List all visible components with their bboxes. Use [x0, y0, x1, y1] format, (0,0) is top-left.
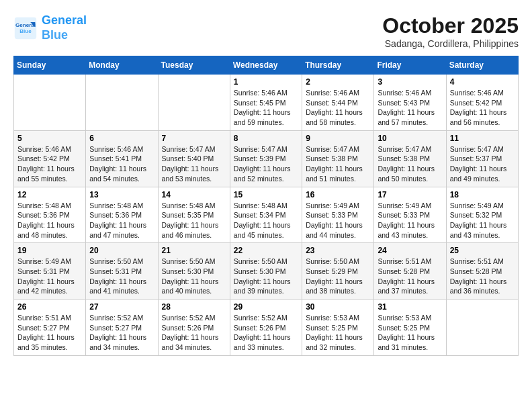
day-info: Sunrise: 5:49 AM Sunset: 5:31 PM Dayligh…: [17, 257, 82, 296]
calendar-cell: 23Sunrise: 5:50 AM Sunset: 5:29 PM Dayli…: [302, 243, 374, 300]
calendar-cell: 26Sunrise: 5:51 AM Sunset: 5:27 PM Dayli…: [14, 300, 86, 356]
calendar-cell: 5Sunrise: 5:46 AM Sunset: 5:42 PM Daylig…: [14, 130, 86, 187]
day-number: 24: [378, 246, 442, 255]
title-block: October 2025 Sadanga, Cordillera, Philip…: [382, 13, 519, 49]
month-title: October 2025: [382, 13, 519, 38]
day-number: 8: [234, 134, 298, 143]
calendar-cell: 21Sunrise: 5:50 AM Sunset: 5:30 PM Dayli…: [158, 243, 230, 300]
day-number: 4: [450, 77, 515, 87]
calendar-cell: 4Sunrise: 5:46 AM Sunset: 5:42 PM Daylig…: [446, 75, 518, 131]
day-info: Sunrise: 5:47 AM Sunset: 5:39 PM Dayligh…: [234, 144, 298, 184]
day-info: Sunrise: 5:46 AM Sunset: 5:41 PM Dayligh…: [89, 144, 154, 184]
calendar-cell: 15Sunrise: 5:48 AM Sunset: 5:34 PM Dayli…: [230, 187, 302, 243]
day-number: 15: [234, 190, 298, 199]
day-info: Sunrise: 5:47 AM Sunset: 5:38 PM Dayligh…: [306, 144, 370, 184]
day-number: 18: [450, 190, 515, 199]
weekday-header-thursday: Thursday: [302, 56, 374, 75]
day-number: 27: [89, 302, 154, 312]
page-header: General Blue GeneralBlue October 2025 Sa…: [13, 13, 519, 49]
calendar-cell: 14Sunrise: 5:48 AM Sunset: 5:35 PM Dayli…: [158, 187, 230, 243]
day-info: Sunrise: 5:47 AM Sunset: 5:40 PM Dayligh…: [162, 144, 226, 184]
day-info: Sunrise: 5:50 AM Sunset: 5:30 PM Dayligh…: [162, 257, 226, 296]
day-number: 26: [17, 302, 82, 312]
day-number: 28: [162, 302, 226, 312]
svg-text:Blue: Blue: [19, 28, 32, 34]
calendar-cell: [86, 75, 158, 131]
day-number: 2: [306, 77, 370, 87]
calendar-cell: 11Sunrise: 5:47 AM Sunset: 5:37 PM Dayli…: [446, 130, 518, 187]
weekday-header-sunday: Sunday: [14, 56, 86, 75]
day-info: Sunrise: 5:46 AM Sunset: 5:42 PM Dayligh…: [17, 144, 82, 184]
day-info: Sunrise: 5:48 AM Sunset: 5:36 PM Dayligh…: [17, 201, 82, 240]
day-info: Sunrise: 5:52 AM Sunset: 5:26 PM Dayligh…: [162, 313, 226, 353]
day-info: Sunrise: 5:49 AM Sunset: 5:32 PM Dayligh…: [450, 201, 515, 240]
day-info: Sunrise: 5:50 AM Sunset: 5:29 PM Dayligh…: [306, 257, 370, 296]
day-info: Sunrise: 5:46 AM Sunset: 5:42 PM Dayligh…: [450, 88, 515, 128]
day-info: Sunrise: 5:51 AM Sunset: 5:28 PM Dayligh…: [378, 257, 442, 296]
day-number: 12: [17, 190, 82, 199]
weekday-header-saturday: Saturday: [446, 56, 518, 75]
calendar-week-row: 5Sunrise: 5:46 AM Sunset: 5:42 PM Daylig…: [14, 130, 519, 187]
day-number: 14: [162, 190, 226, 199]
day-number: 25: [450, 246, 515, 255]
day-info: Sunrise: 5:49 AM Sunset: 5:33 PM Dayligh…: [378, 201, 442, 240]
calendar-cell: 25Sunrise: 5:51 AM Sunset: 5:28 PM Dayli…: [446, 243, 518, 300]
calendar-cell: 22Sunrise: 5:50 AM Sunset: 5:30 PM Dayli…: [230, 243, 302, 300]
calendar-week-row: 1Sunrise: 5:46 AM Sunset: 5:45 PM Daylig…: [14, 75, 519, 131]
weekday-header-wednesday: Wednesday: [230, 56, 302, 75]
day-number: 9: [306, 134, 370, 143]
calendar-cell: 1Sunrise: 5:46 AM Sunset: 5:45 PM Daylig…: [230, 75, 302, 131]
day-number: 10: [378, 134, 442, 143]
day-number: 21: [162, 246, 226, 255]
logo: General Blue GeneralBlue: [13, 13, 87, 42]
day-number: 20: [89, 246, 154, 255]
day-info: Sunrise: 5:53 AM Sunset: 5:25 PM Dayligh…: [306, 313, 370, 353]
calendar-cell: 2Sunrise: 5:46 AM Sunset: 5:44 PM Daylig…: [302, 75, 374, 131]
day-number: 1: [234, 77, 298, 87]
day-number: 11: [450, 134, 515, 143]
day-info: Sunrise: 5:51 AM Sunset: 5:27 PM Dayligh…: [17, 313, 82, 353]
day-number: 19: [17, 246, 82, 255]
day-number: 16: [306, 190, 370, 199]
calendar-header-row: SundayMondayTuesdayWednesdayThursdayFrid…: [14, 56, 519, 75]
calendar-cell: 8Sunrise: 5:47 AM Sunset: 5:39 PM Daylig…: [230, 130, 302, 187]
day-info: Sunrise: 5:48 AM Sunset: 5:36 PM Dayligh…: [89, 201, 154, 240]
calendar-week-row: 12Sunrise: 5:48 AM Sunset: 5:36 PM Dayli…: [14, 187, 519, 243]
logo-icon: General Blue: [13, 16, 38, 40]
calendar-cell: [446, 300, 518, 356]
calendar-cell: 20Sunrise: 5:50 AM Sunset: 5:31 PM Dayli…: [86, 243, 158, 300]
day-number: 31: [378, 302, 442, 312]
day-info: Sunrise: 5:52 AM Sunset: 5:27 PM Dayligh…: [89, 313, 154, 353]
calendar-cell: 17Sunrise: 5:49 AM Sunset: 5:33 PM Dayli…: [374, 187, 446, 243]
logo-text: GeneralBlue: [42, 13, 87, 42]
location-subtitle: Sadanga, Cordillera, Philippines: [382, 38, 519, 49]
calendar-cell: 7Sunrise: 5:47 AM Sunset: 5:40 PM Daylig…: [158, 130, 230, 187]
weekday-header-tuesday: Tuesday: [158, 56, 230, 75]
day-number: 17: [378, 190, 442, 199]
calendar-cell: 18Sunrise: 5:49 AM Sunset: 5:32 PM Dayli…: [446, 187, 518, 243]
calendar-week-row: 26Sunrise: 5:51 AM Sunset: 5:27 PM Dayli…: [14, 300, 519, 356]
calendar-week-row: 19Sunrise: 5:49 AM Sunset: 5:31 PM Dayli…: [14, 243, 519, 300]
day-info: Sunrise: 5:47 AM Sunset: 5:38 PM Dayligh…: [378, 144, 442, 184]
calendar-cell: 12Sunrise: 5:48 AM Sunset: 5:36 PM Dayli…: [14, 187, 86, 243]
calendar-cell: 9Sunrise: 5:47 AM Sunset: 5:38 PM Daylig…: [302, 130, 374, 187]
day-info: Sunrise: 5:46 AM Sunset: 5:45 PM Dayligh…: [234, 88, 298, 128]
calendar-cell: 24Sunrise: 5:51 AM Sunset: 5:28 PM Dayli…: [374, 243, 446, 300]
calendar-cell: 28Sunrise: 5:52 AM Sunset: 5:26 PM Dayli…: [158, 300, 230, 356]
day-number: 5: [17, 134, 82, 143]
calendar-cell: 13Sunrise: 5:48 AM Sunset: 5:36 PM Dayli…: [86, 187, 158, 243]
day-info: Sunrise: 5:50 AM Sunset: 5:30 PM Dayligh…: [234, 257, 298, 296]
day-number: 29: [234, 302, 298, 312]
calendar-cell: 27Sunrise: 5:52 AM Sunset: 5:27 PM Dayli…: [86, 300, 158, 356]
day-number: 30: [306, 302, 370, 312]
day-info: Sunrise: 5:46 AM Sunset: 5:44 PM Dayligh…: [306, 88, 370, 128]
day-number: 3: [378, 77, 442, 87]
calendar-cell: 6Sunrise: 5:46 AM Sunset: 5:41 PM Daylig…: [86, 130, 158, 187]
day-number: 7: [162, 134, 226, 143]
day-info: Sunrise: 5:53 AM Sunset: 5:25 PM Dayligh…: [378, 313, 442, 353]
day-info: Sunrise: 5:50 AM Sunset: 5:31 PM Dayligh…: [89, 257, 154, 296]
calendar-cell: [158, 75, 230, 131]
calendar-cell: 16Sunrise: 5:49 AM Sunset: 5:33 PM Dayli…: [302, 187, 374, 243]
day-info: Sunrise: 5:48 AM Sunset: 5:34 PM Dayligh…: [234, 201, 298, 240]
day-number: 22: [234, 246, 298, 255]
